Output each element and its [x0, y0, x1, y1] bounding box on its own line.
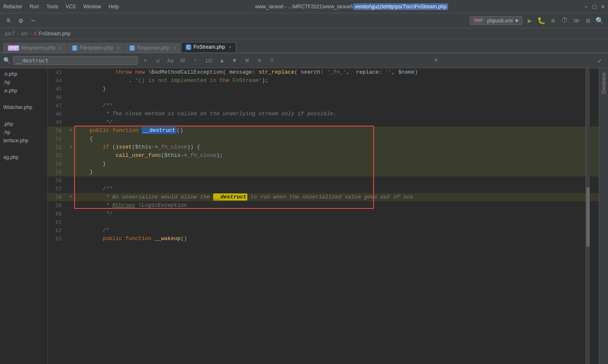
sidebar-item-5[interactable]: tMatcher.php	[0, 103, 47, 111]
find-accept-button[interactable]: ✓	[595, 56, 605, 66]
tab-response[interactable]: C Response.php ×	[125, 43, 180, 52]
find-refresh-button[interactable]: ↺	[153, 56, 163, 66]
sidebar-item-8[interactable]: .hp	[0, 128, 47, 136]
find-match-count: 1/2	[203, 58, 214, 64]
code-line-56: 56	[48, 176, 599, 185]
run-config-label: phpunit.xml	[487, 18, 513, 24]
sidebar-item-10[interactable]	[0, 145, 47, 153]
find-bar: 🔍 × ↺ Aa W * 1/2 ▲ ▼ ⊞ ≡ ▽ × ✓	[0, 53, 608, 68]
run-button[interactable]: ▶	[525, 16, 535, 26]
menu-tools[interactable]: Tools	[46, 4, 58, 10]
line-num-53: 53	[48, 151, 67, 160]
line-content-46	[75, 93, 599, 102]
sidebar-item-3[interactable]: .e.php	[0, 87, 47, 95]
line-num-60: 60	[48, 210, 67, 218]
debug-button[interactable]: 🐛	[536, 16, 546, 26]
scrollbar-thumb[interactable]	[586, 187, 590, 247]
tab-fnstream[interactable]: C FnStream.php ×	[181, 42, 236, 52]
code-line-46: 46	[48, 93, 599, 102]
line-content-60: */	[75, 210, 599, 218]
tab-filesystem-close[interactable]: ×	[117, 45, 120, 50]
tab-fnstream-close[interactable]: ×	[229, 45, 231, 50]
run-config-dropdown-icon[interactable]: ▼	[514, 18, 519, 24]
find-next-button[interactable]: ▼	[229, 56, 239, 66]
maximize-button[interactable]: □	[593, 3, 596, 10]
find-whole-word-button[interactable]: W	[178, 56, 188, 66]
profile-button[interactable]: ⏱	[560, 16, 570, 26]
coverage-button[interactable]: ⊕	[548, 16, 558, 26]
toggle-button[interactable]: ⊞	[583, 16, 593, 26]
database-tab[interactable]: Database	[599, 68, 608, 98]
find-prev-button[interactable]: ▲	[217, 56, 227, 66]
line-content-45: }	[75, 85, 599, 93]
line-content-61	[75, 218, 599, 226]
code-line-54: 54 }	[48, 160, 599, 168]
gutter-50: ▽	[67, 126, 75, 135]
menu-vcs[interactable]: VCS	[65, 4, 76, 10]
line-content-53: call_user_func($this->_fn_close);	[75, 151, 599, 160]
line-num-52: 52	[48, 143, 67, 151]
find-more-button[interactable]: ≡	[254, 56, 264, 66]
breadcrumb-psr7[interactable]: psr7	[5, 31, 15, 37]
tab-filesystems-close[interactable]: ×	[59, 45, 62, 50]
sidebar-item-9[interactable]: terface.php	[0, 136, 47, 145]
code-line-61: 61	[48, 218, 599, 226]
gutter-52: ▽	[67, 143, 75, 151]
toolbar-action-buttons: ▶ 🐛 ⊕ ⏱ ≫ ⊞ 🔍	[525, 16, 605, 26]
line-num-49: 49	[48, 118, 67, 126]
settings-button[interactable]: ⚙	[16, 16, 26, 26]
breadcrumb-filename[interactable]: FnStream.php	[39, 31, 70, 37]
menu-run[interactable]: Run	[30, 4, 39, 10]
menu-window[interactable]: Window	[83, 4, 101, 10]
close-button[interactable]: ×	[601, 3, 605, 10]
main-layout: .n.php .hp .e.php tMatcher.php .php .hp …	[0, 68, 608, 364]
tab-filesystem[interactable]: C Filesystem.php ×	[67, 43, 124, 52]
tab-c-icon-filesystem: C	[72, 45, 77, 51]
code-line-55: 55 }	[48, 168, 599, 176]
code-line-45: 45 }	[48, 85, 599, 93]
line-content-43: throw new \BadMethodCallException( messa…	[75, 68, 599, 77]
sidebar-item-1[interactable]: .n.php	[0, 70, 47, 78]
sidebar-item-4[interactable]	[0, 95, 47, 103]
line-num-43: 43	[48, 68, 67, 77]
vertical-scrollbar[interactable]	[586, 68, 590, 364]
find-filter-button[interactable]: ▽	[267, 56, 277, 66]
find-match-case-button[interactable]: Aa	[165, 56, 175, 66]
code-editor[interactable]: 43 throw new \BadMethodCallException( me…	[48, 68, 599, 364]
line-content-52: if (isset($this->_fn_close)) {	[75, 143, 599, 151]
code-line-59: 59 * @throws \LogicException	[48, 201, 599, 210]
find-input[interactable]	[16, 57, 135, 64]
minimize-tool-button[interactable]: —	[28, 16, 38, 26]
tab-filesystems-label: filesystems.php	[21, 45, 56, 51]
menu-refactor[interactable]: Refactor	[3, 4, 22, 10]
line-content-49: */	[75, 118, 599, 126]
line-content-51: {	[75, 135, 599, 143]
code-line-51: 51 {	[48, 135, 599, 143]
line-content-44: . '() is not implemented in the FnStream…	[75, 77, 599, 85]
find-clear-button[interactable]: ×	[140, 56, 150, 66]
line-num-47: 47	[48, 102, 67, 110]
breadcrumb-src[interactable]: src	[21, 31, 27, 37]
window-controls: − □ ×	[584, 3, 605, 10]
more-button[interactable]: ≫	[571, 16, 581, 26]
menu-help[interactable]: Help	[109, 4, 119, 10]
find-regex-button[interactable]: *	[190, 56, 200, 66]
sidebar-item-11[interactable]: ag.php	[0, 153, 47, 161]
sidebar-toggle-button[interactable]: ≡	[3, 16, 13, 26]
find-close-button[interactable]: ×	[434, 57, 438, 64]
minimize-button[interactable]: −	[584, 3, 588, 10]
tab-response-close[interactable]: ×	[173, 45, 176, 50]
code-scroll-area[interactable]: 43 throw new \BadMethodCallException( me…	[48, 68, 599, 364]
tab-filesystems[interactable]: PHP filesystems.php ×	[3, 43, 67, 52]
code-line-44: 44 . '() is not implemented in the FnStr…	[48, 77, 599, 85]
code-line-60: 60 */	[48, 210, 599, 218]
sidebar-item-6[interactable]	[0, 111, 47, 120]
file-sidebar: .n.php .hp .e.php tMatcher.php .php .hp …	[0, 68, 48, 364]
line-content-56	[75, 176, 599, 185]
sidebar-item-7[interactable]: .php	[0, 120, 47, 128]
find-expand-button[interactable]: ⊞	[242, 56, 252, 66]
search-everywhere-button[interactable]: 🔍	[595, 16, 605, 26]
sidebar-item-2[interactable]: .hp	[0, 78, 47, 87]
code-line-47: 47 /**	[48, 102, 599, 110]
run-config-selector[interactable]: PHP phpunit.xml ▼	[470, 16, 522, 25]
